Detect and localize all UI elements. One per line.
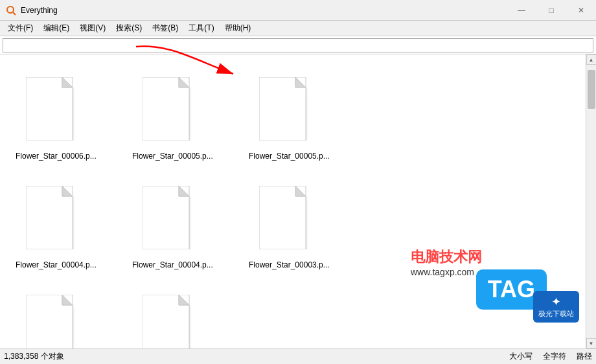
file-item[interactable]: Flower_Star_00005.p... [130,67,233,163]
file-grid-area: Flower_Star_00006.p... Flower_Star_00005… [0,54,586,348]
document-icon [26,186,76,249]
file-name: Flower_Star_00005.p... [132,152,213,161]
document-icon [143,295,193,348]
file-icon-wrapper [16,288,87,348]
svg-line-1 [13,12,16,15]
file-item[interactable]: Flower_Star_00004.p... [130,176,233,272]
file-icon-wrapper [249,70,320,148]
menu-bar: 文件(F)编辑(E)视图(V)搜索(S)书签(B)工具(T)帮助(H) [0,21,596,36]
status-right: 大小写 全字符 路径 [509,351,592,362]
scroll-up-button[interactable]: ▲ [586,54,597,65]
file-name: Flower_Star_00003.p... [249,260,330,269]
scrollbar-thumb[interactable] [588,70,595,109]
document-icon [143,186,193,249]
file-name: Flower_Star_00004.p... [16,260,97,269]
file-item[interactable]: Flower_Star_00006.p... [13,67,117,163]
search-input[interactable] [3,38,593,52]
search-bar [0,36,596,54]
jiguang-text: 极光下载站 [538,309,574,319]
scrollbar-track[interactable] [586,65,597,338]
file-item[interactable]: Flower_Star_000... [130,285,233,348]
jiguang-badge: ✦ 极光下载站 [533,291,579,323]
menu-item-view[interactable]: 视图(V) [74,21,111,36]
status-path[interactable]: 路径 [577,351,592,362]
app-icon [5,5,17,16]
status-case[interactable]: 大小写 [509,351,533,362]
status-bar: 1,383,358 个对象 大小写 全字符 路径 [0,348,596,364]
window-title: Everything [21,6,591,15]
document-icon [259,77,310,141]
scroll-down-button[interactable]: ▼ [586,338,597,348]
maximize-button[interactable]: □ [536,0,566,21]
main-area: Flower_Star_00006.p... Flower_Star_00005… [0,54,596,348]
file-icon-wrapper [16,179,87,256]
window-controls: — □ ✕ [507,0,596,21]
menu-item-file[interactable]: 文件(F) [3,21,38,36]
file-item[interactable]: Flower_Star_000... [13,285,117,348]
file-icon-wrapper [249,179,320,256]
status-full[interactable]: 全字符 [543,351,566,362]
file-name: Flower_Star_00005.p... [249,152,330,161]
document-icon [259,186,310,249]
watermark-url: www.tagxp.com [411,267,482,277]
file-item[interactable]: Flower_Star_00003.p... [246,176,350,272]
menu-item-search[interactable]: 搜索(S) [111,21,147,36]
file-item[interactable]: Flower_Star_00005.p... [246,67,350,163]
document-icon [143,77,193,141]
title-bar: Everything — □ ✕ [0,0,596,21]
file-icon-wrapper [132,288,203,348]
svg-point-0 [7,6,14,13]
file-icon-wrapper [132,179,203,256]
minimize-button[interactable]: — [507,0,536,21]
jiguang-icon: ✦ [538,295,574,309]
file-icon-wrapper [132,70,203,148]
close-button[interactable]: ✕ [566,0,596,21]
document-icon [26,295,76,348]
menu-item-bookmarks[interactable]: 书签(B) [147,21,183,36]
watermark-text-block: 电脑技术网 www.tagxp.com [411,247,482,277]
status-count: 1,383,358 个对象 [4,351,64,362]
menu-item-help[interactable]: 帮助(H) [220,21,257,36]
file-icon-wrapper [16,70,87,148]
watermark-site-name: 电脑技术网 [411,247,482,267]
file-name: Flower_Star_00006.p... [16,152,97,161]
file-item[interactable]: Flower_Star_00004.p... [13,176,117,272]
menu-item-tools[interactable]: 工具(T) [183,21,219,36]
menu-item-edit[interactable]: 编辑(E) [38,21,74,36]
file-name: Flower_Star_00004.p... [132,260,213,269]
scrollbar-area: ▲ ▼ [586,54,596,348]
jiguang-label: ✦ 极光下载站 [533,291,579,323]
document-icon [26,77,76,141]
